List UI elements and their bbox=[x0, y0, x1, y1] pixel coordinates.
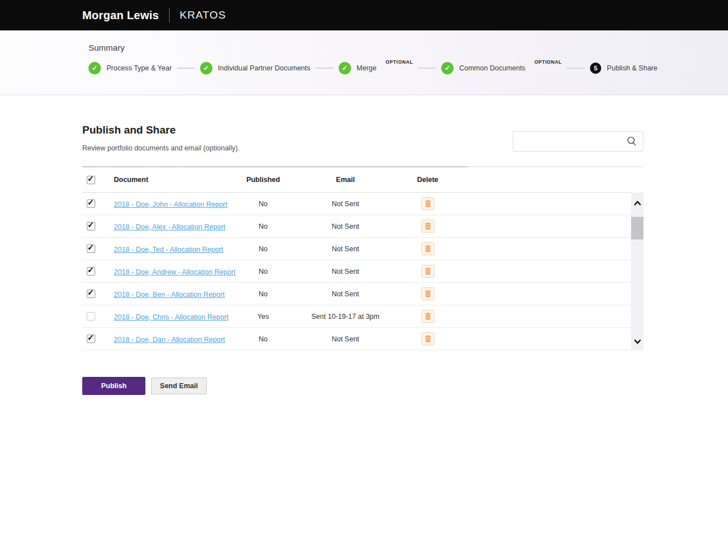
email-status: Not Sent bbox=[304, 268, 387, 275]
stepper-step[interactable]: ✓ Individual Partner Documents bbox=[200, 62, 339, 74]
stepper-step[interactable]: ✓ Process Type & Year bbox=[88, 62, 200, 74]
trash-icon bbox=[425, 335, 431, 343]
table-row: 2018 - Doe, Ben - Allocation Report No N… bbox=[82, 283, 631, 305]
published-status: No bbox=[222, 245, 304, 253]
step-check-icon[interactable]: ✓ bbox=[339, 62, 351, 74]
table-row: 2018 - Doe, John - Allocation Report No … bbox=[82, 193, 631, 215]
table-row: 2018 - Doe, Alex - Allocation Report No … bbox=[82, 215, 631, 238]
delete-button[interactable] bbox=[421, 220, 434, 233]
step-optional-tag: OPTIONAL bbox=[534, 59, 562, 65]
chevron-up-icon bbox=[634, 201, 641, 206]
document-link[interactable]: 2018 - Doe, Ben - Allocation Report bbox=[114, 291, 225, 299]
stepper-steps: ✓ Process Type & Year ✓ Individual Partn… bbox=[88, 62, 728, 74]
column-header-delete: Delete bbox=[387, 176, 469, 184]
table-row: 2018 - Doe, Ted - Allocation Report No N… bbox=[82, 238, 631, 260]
step-connector bbox=[316, 68, 334, 69]
product-name: KRATOS bbox=[180, 9, 226, 21]
document-link[interactable]: 2018 - Doe, Ted - Allocation Report bbox=[114, 246, 223, 254]
scroll-up-button[interactable] bbox=[631, 197, 643, 208]
stepper-step[interactable]: ✓ Common Documents OPTIONAL bbox=[441, 62, 590, 74]
step-number-badge[interactable]: 5 bbox=[590, 63, 601, 74]
step-check-icon[interactable]: ✓ bbox=[200, 62, 212, 74]
table-body: 2018 - Doe, John - Allocation Report No … bbox=[82, 193, 643, 350]
column-header-published: Published bbox=[222, 176, 304, 184]
step-check-icon[interactable]: ✓ bbox=[88, 62, 101, 74]
delete-button[interactable] bbox=[421, 242, 434, 255]
email-status: Not Sent bbox=[304, 335, 387, 343]
column-header-email: Email bbox=[304, 176, 387, 184]
published-status: No bbox=[222, 223, 304, 230]
email-status: Not Sent bbox=[304, 200, 387, 208]
page-title: Publish and Share bbox=[82, 124, 176, 136]
document-link[interactable]: 2018 - Doe, John - Allocation Report bbox=[114, 201, 228, 208]
table-row: 2018 - Doe, Chris - Allocation Report Ye… bbox=[82, 305, 631, 328]
table-row: 2018 - Doe, Dan - Allocation Report No N… bbox=[82, 328, 631, 350]
step-label: Individual Partner Documents bbox=[218, 64, 310, 72]
main-content: Publish and Share Review portfolio docum… bbox=[0, 95, 728, 559]
scroll-down-button[interactable] bbox=[631, 336, 643, 347]
summary-band: Summary ✓ Process Type & Year ✓ Individu… bbox=[0, 30, 728, 95]
delete-button[interactable] bbox=[421, 197, 434, 210]
brand-divider bbox=[169, 8, 170, 23]
trash-icon bbox=[425, 290, 431, 297]
step-label: Publish & Share bbox=[607, 64, 658, 72]
search-icon bbox=[626, 136, 637, 147]
document-link[interactable]: 2018 - Doe, Alex - Allocation Report bbox=[114, 223, 225, 231]
published-status: No bbox=[222, 335, 304, 343]
row-checkbox[interactable] bbox=[87, 335, 95, 343]
row-checkbox[interactable] bbox=[87, 199, 95, 208]
published-status: Yes bbox=[222, 313, 304, 321]
action-buttons: Publish Send Email bbox=[82, 377, 207, 395]
app-header: Morgan Lewis KRATOS bbox=[0, 0, 728, 30]
trash-icon bbox=[425, 200, 431, 207]
chevron-down-icon bbox=[634, 339, 641, 344]
step-check-icon[interactable]: ✓ bbox=[441, 62, 454, 74]
table-top-divider bbox=[82, 166, 643, 167]
send-email-button[interactable]: Send Email bbox=[151, 377, 207, 394]
row-checkbox[interactable] bbox=[87, 222, 95, 230]
column-header-document: Document bbox=[114, 176, 222, 184]
table-row: 2018 - Doe, Andrew - Allocation Report N… bbox=[82, 260, 631, 283]
document-link[interactable]: 2018 - Doe, Andrew - Allocation Report bbox=[114, 268, 236, 276]
stepper-step[interactable]: ✓ Merge OPTIONAL bbox=[339, 62, 441, 74]
trash-icon bbox=[425, 223, 431, 230]
delete-button[interactable] bbox=[421, 265, 434, 278]
published-status: No bbox=[222, 290, 304, 298]
trash-icon bbox=[425, 268, 431, 275]
email-status: Sent 10-19-17 at 3pm bbox=[304, 313, 387, 321]
published-status: No bbox=[222, 200, 304, 208]
table-scrollbar[interactable] bbox=[631, 193, 643, 350]
email-status: Not Sent bbox=[304, 245, 387, 253]
published-status: No bbox=[222, 268, 304, 275]
trash-icon bbox=[425, 313, 431, 320]
search-input[interactable] bbox=[513, 137, 624, 146]
publish-button[interactable]: Publish bbox=[82, 377, 145, 395]
scrollbar-thumb[interactable] bbox=[631, 217, 643, 239]
step-optional-tag: OPTIONAL bbox=[385, 59, 413, 65]
search-button[interactable] bbox=[624, 136, 643, 147]
step-connector bbox=[418, 68, 436, 69]
documents-table: Document Published Email Delete 2018 - D… bbox=[82, 166, 643, 350]
step-connector bbox=[177, 68, 195, 69]
email-status: Not Sent bbox=[304, 290, 387, 298]
select-all-checkbox[interactable] bbox=[87, 176, 95, 184]
trash-icon bbox=[425, 245, 431, 252]
row-checkbox[interactable] bbox=[87, 312, 95, 321]
row-checkbox[interactable] bbox=[87, 290, 95, 298]
step-connector bbox=[567, 68, 585, 69]
brand-logo: Morgan Lewis bbox=[82, 9, 159, 22]
step-label: Merge bbox=[357, 64, 376, 72]
row-checkbox[interactable] bbox=[87, 245, 95, 253]
summary-title: Summary bbox=[88, 43, 728, 52]
email-status: Not Sent bbox=[304, 223, 387, 230]
step-label: Process Type & Year bbox=[106, 64, 172, 72]
document-link[interactable]: 2018 - Doe, Chris - Allocation Report bbox=[114, 313, 229, 321]
page-subtitle: Review portfolio documents and email (op… bbox=[82, 144, 239, 152]
table-header-row: Document Published Email Delete bbox=[82, 167, 631, 193]
row-checkbox[interactable] bbox=[87, 267, 95, 275]
delete-button[interactable] bbox=[421, 332, 434, 345]
delete-button[interactable] bbox=[421, 310, 434, 323]
delete-button[interactable] bbox=[421, 287, 434, 300]
stepper-step[interactable]: 5 Publish & Share bbox=[590, 63, 658, 74]
document-link[interactable]: 2018 - Doe, Dan - Allocation Report bbox=[114, 336, 225, 344]
